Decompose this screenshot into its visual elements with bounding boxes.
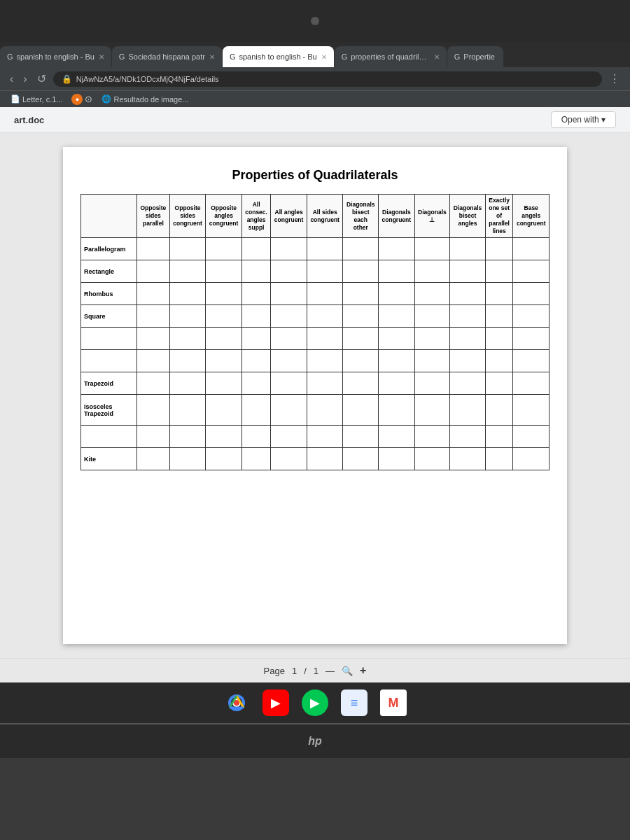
page-separator: / [304,666,307,676]
back-button[interactable]: ‹ [7,71,16,87]
cell-e3-8 [379,426,415,448]
cell-e3-12 [513,426,550,448]
tab-properties[interactable]: G properties of quadrilate ✕ [335,46,447,67]
cell-p-8 [379,238,415,260]
address-bar[interactable]: 🔒 NjAwNzA5/a/NDk1ODcxMjQ4NjFa/details [53,71,602,87]
cell-r-6 [307,260,343,283]
table-row-rhombus: Rhombus [81,283,550,305]
chrome-taskbar-icon[interactable] [223,690,250,716]
cell-e2-10 [450,350,486,372]
hp-logo: hp [308,735,322,748]
tab-spanish-1[interactable]: G spanish to english - Bu ✕ [0,46,111,67]
cell-it-12 [513,395,550,426]
tab-propertie[interactable]: G Propertie [447,46,503,67]
cell-t-9 [414,372,450,395]
cell-sq-7 [343,305,379,328]
col-header-5: All anglescongruent [271,195,307,238]
youtube-taskbar-icon[interactable]: ▶ [262,690,289,716]
cell-e2-7 [343,350,379,372]
cell-k-11 [485,448,513,470]
cell-r-4 [241,260,270,283]
row-label-empty-2 [81,350,137,372]
cell-rh-11 [485,283,513,305]
cell-e2-3 [206,350,242,372]
cell-r-5 [271,260,307,283]
reload-button[interactable]: ↺ [34,71,49,87]
cell-it-3 [206,395,242,426]
cell-it-7 [343,395,379,426]
gmail-taskbar-icon[interactable]: M [380,690,407,716]
bookmark-label-1: Letter, c.1... [22,95,62,104]
cell-it-8 [379,395,415,426]
cell-sq-2 [169,305,206,328]
row-label-trapezoid: Trapezoid [81,372,137,395]
open-with-button[interactable]: Open with ▾ [551,111,616,128]
cell-p-11 [485,238,513,260]
cell-sq-12 [513,305,550,328]
row-label-isosceles: IsoscelesTrapezoid [81,395,137,426]
cell-t-10 [450,372,486,395]
cell-e2-11 [485,350,513,372]
cell-r-3 [206,260,242,283]
cell-e1-7 [343,328,379,350]
cell-it-2 [169,395,206,426]
col-header-2: Oppositesidescongruent [169,195,206,238]
cell-e2-4 [241,350,270,372]
cell-rh-6 [307,283,343,305]
more-menu-button[interactable]: ⋮ [606,71,623,87]
tab-close-1[interactable]: ✕ [99,53,104,61]
row-label-rectangle: Rectangle [81,260,137,283]
tab-close-3[interactable]: ✕ [321,53,327,61]
docs-taskbar-icon[interactable]: ≡ [341,690,368,716]
zoom-plus-button[interactable]: + [360,664,366,677]
browser-window: G spanish to english - Bu ✕ G Sociedad h… [0,42,630,682]
forward-button[interactable]: › [20,71,29,87]
cell-e2-5 [271,350,307,372]
row-label-parallelogram: Parallelogram [81,238,137,260]
tab-favicon-4: G [342,52,348,61]
cell-r-10 [450,260,486,283]
tab-close-2[interactable]: ✕ [209,53,215,61]
cell-k-12 [513,448,550,470]
cell-k-5 [271,448,307,470]
properties-table: Oppositesidesparallel Oppositesidescongr… [80,194,550,470]
cell-t-12 [513,372,550,395]
table-row-kite: Kite [81,448,550,470]
tab-label-3: spanish to english - Bu [239,52,316,61]
search-icon[interactable]: 🔍 [342,666,353,676]
cell-it-4 [241,395,270,426]
bookmark-shield-icon: ● [71,94,83,105]
bookmark-letter[interactable]: 📄 Letter, c.1... [7,93,66,105]
cell-it-11 [485,395,513,426]
cell-r-2 [169,260,206,283]
cell-k-4 [241,448,270,470]
cell-rh-2 [169,283,206,305]
table-row-parallelogram: Parallelogram [81,238,550,260]
cell-it-1 [137,395,170,426]
page-controls: Page 1 / 1 — 🔍 + [0,658,630,682]
table-row-rectangle: Rectangle [81,260,550,283]
url-text: NjAwNzA5/a/NDk1ODcxMjQ4NjFa/details [76,75,219,83]
cell-p-3 [206,238,242,260]
col-header-3: Oppositeanglescongruent [206,195,242,238]
tab-label-2: Sociedad hispana patr [128,52,204,61]
cell-it-9 [414,395,450,426]
cell-it-5 [271,395,307,426]
tab-favicon-5: G [454,52,461,61]
cell-k-2 [169,448,206,470]
col-header-1: Oppositesidesparallel [137,195,170,238]
tab-bar: G spanish to english - Bu ✕ G Sociedad h… [0,42,630,67]
cell-e3-3 [206,426,242,448]
doc-title: Properties of Quadrilaterals [80,168,550,183]
table-row-trapezoid: Trapezoid [81,372,550,395]
cell-r-11 [485,260,513,283]
tab-favicon-1: G [7,52,13,61]
bookmark-resultado[interactable]: 🌐 Resultado de image... [98,93,192,105]
tab-sociedad[interactable]: G Sociedad hispana patr ✕ [112,46,222,67]
cell-sq-6 [307,305,343,328]
tab-spanish-2[interactable]: G spanish to english - Bu ✕ [223,46,334,67]
play-taskbar-icon[interactable]: ▶ [302,690,328,716]
tab-close-4[interactable]: ✕ [434,53,440,61]
cell-e1-9 [414,328,450,350]
cell-sq-8 [379,305,415,328]
